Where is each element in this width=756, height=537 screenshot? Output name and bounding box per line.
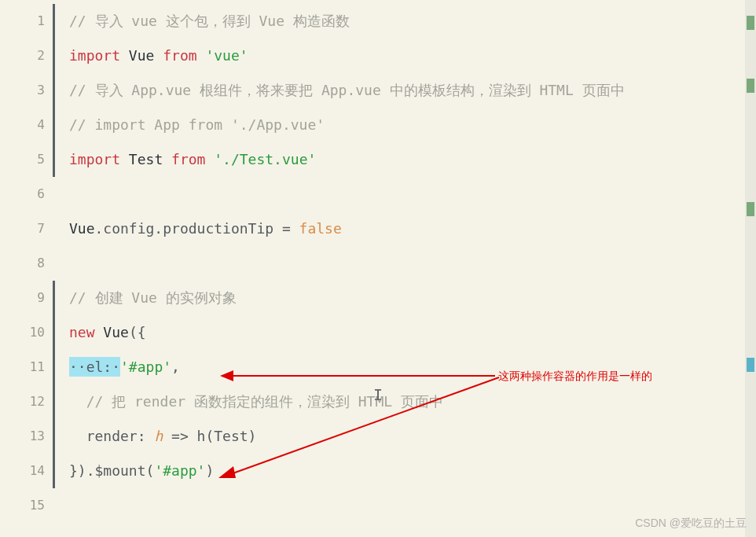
- identifier: Vue: [69, 220, 95, 237]
- string: './Test.vue': [214, 151, 316, 167]
- code-line[interactable]: // import App from './App.vue': [69, 108, 756, 142]
- code-line[interactable]: }).$mount('#app'): [69, 454, 756, 488]
- punctuation: }).: [69, 462, 95, 479]
- watermark: CSDN @爱吃豆的土豆: [635, 517, 747, 531]
- literal-false: false: [299, 220, 342, 237]
- identifier: Vue: [120, 47, 163, 64]
- code-content[interactable]: // 导入 vue 这个包，得到 Vue 构造函数 import Vue fro…: [55, 0, 756, 537]
- line-number: 10: [0, 315, 55, 350]
- comment: // 导入 vue 这个包，得到 Vue 构造函数: [69, 13, 350, 29]
- code-line[interactable]: [69, 177, 756, 211]
- line-number: 11: [0, 350, 55, 384]
- line-number: 7: [0, 211, 55, 246]
- line-number-gutter: 1 2 3 4 5 6 7 8 9 10 11 12 13 14 15: [0, 0, 55, 537]
- space: [205, 151, 214, 167]
- space: [197, 47, 206, 64]
- code-editor[interactable]: 1 2 3 4 5 6 7 8 9 10 11 12 13 14 15 // 导…: [0, 0, 756, 537]
- keyword-import: import: [69, 151, 120, 167]
- line-number: 8: [0, 246, 55, 281]
- line-number: 3: [0, 73, 55, 108]
- text-cursor-icon: I: [373, 385, 383, 404]
- line-number: 1: [0, 4, 55, 39]
- punctuation: ): [205, 462, 214, 479]
- code-text: => h(Test): [163, 428, 256, 444]
- code-line[interactable]: new Vue({: [69, 315, 756, 350]
- method: $mount: [95, 462, 146, 479]
- indent: [69, 393, 86, 410]
- line-number: 6: [0, 177, 55, 211]
- code-line[interactable]: [69, 246, 756, 281]
- punctuation: ,: [171, 359, 180, 375]
- keyword-import: import: [69, 47, 120, 64]
- code-line[interactable]: import Test from './Test.vue': [69, 142, 756, 177]
- indent: [69, 428, 86, 444]
- code-line[interactable]: // 把 render 函数指定的组件，渲染到 HTML 页面中: [69, 384, 756, 419]
- comment: // 把 render 函数指定的组件，渲染到 HTML 页面中: [86, 393, 443, 410]
- code-line[interactable]: import Vue from 'vue': [69, 39, 756, 73]
- line-number: 2: [0, 39, 55, 73]
- keyword-new: new: [69, 324, 95, 340]
- parameter: h: [154, 428, 163, 444]
- property: render: [86, 428, 138, 444]
- scrollbar-marker: [747, 16, 754, 30]
- comment: // 创建 Vue 的实例对象: [69, 289, 237, 306]
- line-number: 4: [0, 108, 55, 142]
- code-line[interactable]: // 导入 App.vue 根组件，将来要把 App.vue 中的模板结构，渲染…: [69, 73, 756, 108]
- code-line[interactable]: ··el:·'#app',: [69, 350, 756, 384]
- annotation-text: 这两种操作容器的作用是一样的: [498, 370, 652, 384]
- comment: // import App from './App.vue': [69, 116, 325, 133]
- identifier: Test: [120, 151, 171, 167]
- punctuation: ({: [129, 324, 146, 340]
- code-line[interactable]: // 创建 Vue 的实例对象: [69, 281, 756, 315]
- keyword-from: from: [163, 47, 196, 64]
- punctuation: (: [146, 462, 155, 479]
- line-number: 15: [0, 488, 55, 523]
- scrollbar-marker: [747, 79, 754, 93]
- identifier: Vue: [103, 324, 129, 340]
- string: 'vue': [205, 47, 248, 64]
- line-number: 14: [0, 454, 55, 488]
- space: [95, 324, 104, 340]
- punctuation: :: [138, 428, 155, 444]
- scrollbar[interactable]: [745, 0, 756, 537]
- selected-text: ··el:·: [69, 357, 120, 377]
- line-number: 5: [0, 142, 55, 177]
- code-text: .config.productionTip =: [95, 220, 299, 237]
- code-line[interactable]: Vue.config.productionTip = false: [69, 211, 756, 246]
- scrollbar-marker: [747, 358, 754, 372]
- scrollbar-marker: [747, 202, 754, 216]
- line-number: 13: [0, 419, 55, 454]
- comment: // 导入 App.vue 根组件，将来要把 App.vue 中的模板结构，渲染…: [69, 82, 625, 98]
- keyword-from: from: [171, 151, 205, 167]
- code-line[interactable]: render: h => h(Test): [69, 419, 756, 454]
- line-number: 12: [0, 384, 55, 419]
- string: '#app': [120, 359, 171, 375]
- line-number: 9: [0, 281, 55, 315]
- code-line[interactable]: // 导入 vue 这个包，得到 Vue 构造函数: [69, 4, 756, 39]
- string: '#app': [154, 462, 205, 479]
